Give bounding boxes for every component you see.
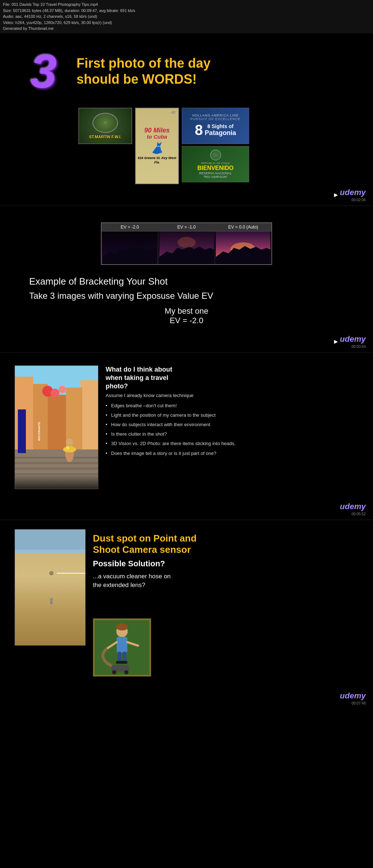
holland-sights: 8 Sights of: [205, 123, 236, 129]
number-3-graphic: 3: [22, 44, 66, 99]
svg-point-4: [177, 237, 196, 248]
travel-photo-overlay: [15, 474, 98, 489]
file-line-3: Audio: aac, 44100 Hz, 2 channels, s16, 5…: [3, 13, 370, 20]
svg-point-43: [112, 670, 117, 675]
section-1-title: First photo of the day should be WORDS!: [76, 55, 211, 87]
rio-text: "RIO SIMPSON": [203, 175, 227, 179]
ev-label-medium: EV = -1.0: [158, 223, 215, 231]
svg-rect-45: [118, 652, 121, 662]
svg-rect-30: [15, 530, 86, 551]
bienvenido-text: BIENVENIDO: [197, 165, 234, 171]
cuba-to: to Cuba: [147, 134, 167, 140]
udemy-time-2: 00:03:54: [340, 345, 366, 349]
file-line-2: Size: 50719631 bytes (48.37 MB), duratio…: [3, 8, 370, 14]
svg-point-26: [63, 447, 76, 452]
bracketing-text-block: Example of Bracketing Your Shot Take 3 i…: [29, 276, 344, 325]
arrow-icon-1: ▶: [334, 192, 338, 198]
bracketing-title: Example of Bracketing Your Shot: [29, 276, 344, 287]
udemy-logo-1: udemy: [340, 188, 366, 197]
dust-description: ...a vacuum cleaner hose on the extended…: [93, 572, 358, 590]
dust-section-layout: Dust spot on Point and Shoot Camera sens…: [15, 529, 358, 677]
svg-point-23: [59, 386, 66, 393]
right-signs-column: HOLLAND AMERICA LINE PURSUIT OF EXCELLEN…: [182, 108, 249, 182]
stmartin-label: ST.MARTIN F.W.I.: [89, 135, 121, 139]
bracketing-best: My best one EV = -2.0: [29, 306, 344, 325]
svg-rect-48: [121, 661, 127, 664]
bullet-2: Light and the position of my camera to t…: [106, 412, 358, 419]
svg-point-49: [116, 623, 128, 631]
ev-photos-container: EV = -2.0 EV = -1.0: [101, 222, 272, 265]
title-line-2: should be WORDS!: [76, 71, 211, 87]
stmartin-photo: 🌴 ST.MARTIN F.W.I.: [78, 108, 132, 144]
travel-photo-image: RISTORANTE: [15, 365, 98, 489]
bullet-3: How do subjects interact with their envi…: [106, 421, 358, 428]
bullet-1: Edges breathe –don't cut them!: [106, 403, 358, 409]
svg-rect-19: [18, 409, 26, 453]
svg-rect-12: [81, 380, 98, 449]
travel-question: What do I think about when taking a trav…: [106, 365, 358, 391]
svg-rect-17: [15, 468, 98, 469]
section-1-header: 3 First photo of the day should be WORDS…: [0, 33, 373, 106]
holland-title-top: HOLLAND AMERICA LINE: [192, 114, 239, 117]
ev-photo-dark: EV = -2.0: [102, 223, 158, 264]
bullet-5: 3D Vision vs. 2D Photo: are there items …: [106, 440, 358, 447]
ev-label-dark: EV = -2.0: [102, 223, 158, 231]
travel-text-block: What do I think about when taking a trav…: [106, 365, 358, 460]
cuba-sign-photo: 40' 90 Miles to Cuba 👗 616 Greene St. Ke…: [135, 108, 179, 184]
udemy-badge-2: ▶ udemy 00:03:54: [0, 333, 373, 350]
bracketing-subtitle: Take 3 images with varying Exposuse Valu…: [29, 291, 344, 301]
svg-rect-46: [123, 652, 126, 662]
udemy-badge-4: udemy 00:07:48: [0, 687, 373, 711]
svg-point-25: [66, 439, 73, 446]
photo-examples-row: 🌴 ST.MARTIN F.W.I. 40' 90 Miles to Cuba …: [0, 106, 373, 186]
svg-point-28: [70, 446, 73, 449]
svg-point-35: [50, 598, 53, 601]
svg-rect-16: [15, 462, 98, 464]
udemy-logo-2: udemy: [340, 334, 366, 344]
svg-rect-15: [15, 457, 98, 459]
file-info-panel: File: 001 Davids Top 10 Travel Photograp…: [0, 0, 373, 33]
title-line-1: First photo of the day: [76, 55, 211, 71]
udemy-time-1: 00:02:06: [340, 198, 366, 202]
bullet-4: Is there clutter in the shot?: [106, 431, 358, 437]
dust-solution: Possible Solution?: [93, 559, 358, 568]
section-2-bracketing: EV = -2.0 EV = -1.0: [0, 208, 373, 333]
udemy-time-3: 00:05:52: [340, 512, 366, 516]
file-line-5: Generated by Thumbnail.me: [3, 25, 370, 32]
reserva-text: RESERVA NACIONAL: [199, 171, 232, 175]
section-3-travel: RISTORANTE What do I think about when ta…: [0, 354, 373, 500]
vacuum-illustration: [93, 618, 151, 677]
cuba-miles: 90 Miles: [144, 127, 170, 134]
svg-point-27: [66, 446, 70, 449]
arrow-icon-2: ▶: [334, 338, 338, 344]
dust-title: Dust spot on Point and Shoot Camera sens…: [93, 533, 358, 555]
ev-photo-medium: EV = -1.0: [158, 223, 215, 264]
holland-patagonia: Patagonia: [205, 129, 236, 137]
udemy-badge-3: udemy 00:05:52: [0, 500, 373, 518]
file-line-4: Video: h264, yuv420p, 1280x720, 629 kb/s…: [3, 20, 370, 26]
udemy-time-4: 00:07:48: [340, 701, 366, 705]
dust-text-col: Dust spot on Point and Shoot Camera sens…: [93, 529, 358, 677]
dust-photo-image: [15, 529, 86, 646]
udemy-logo-4: udemy: [340, 691, 366, 701]
section-4-dust: Dust spot on Point and Shoot Camera sens…: [0, 522, 373, 688]
cuba-address: 616 Greene St. Key West Fla.: [136, 156, 178, 165]
dust-photo-col: [15, 529, 86, 646]
svg-text:RISTORANTE: RISTORANTE: [38, 421, 41, 441]
svg-rect-31: [15, 550, 86, 553]
travel-assume: Assume I already know camera technique: [106, 393, 358, 398]
file-line-1: File: 001 Davids Top 10 Travel Photograp…: [3, 1, 370, 8]
udemy-badge-1: ▶ udemy 00:02:06: [0, 186, 373, 204]
bullet-6: Does the image tell a story or is it jus…: [106, 450, 358, 457]
svg-point-32: [49, 571, 54, 575]
svg-rect-39: [117, 637, 127, 653]
bienvenido-sign: REPUBLIC OF CHILE BIENVENIDO RESERVA NAC…: [182, 146, 249, 182]
svg-point-22: [51, 389, 59, 397]
ev-label-light: EV = 0.0 (Auto): [215, 223, 271, 231]
travel-bullets-list: Edges breathe –don't cut them! Light and…: [106, 403, 358, 457]
holland-america-sign: HOLLAND AMERICA LINE PURSUIT OF EXCELLEN…: [182, 108, 249, 144]
svg-point-44: [124, 670, 129, 675]
udemy-logo-3: udemy: [340, 502, 366, 511]
ev-photo-light: EV = 0.0 (Auto): [215, 223, 271, 264]
